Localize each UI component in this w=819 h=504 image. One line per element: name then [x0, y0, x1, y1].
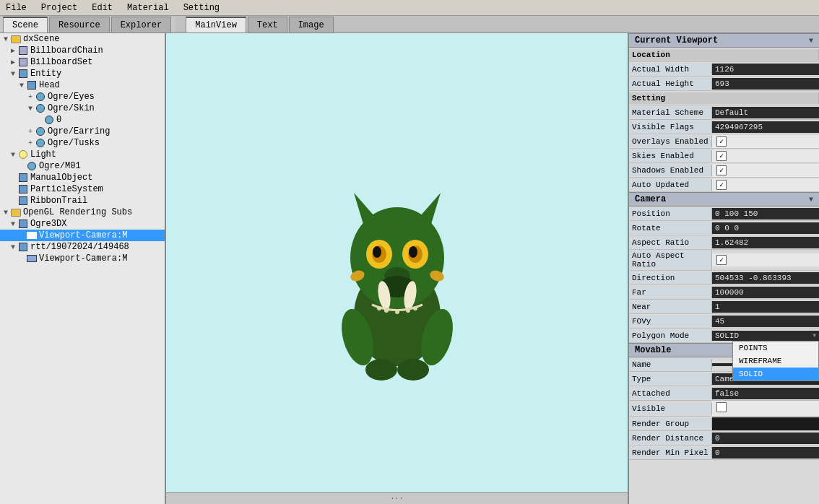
tree-item-skin[interactable]: ▼ Ogre/Skin: [0, 103, 165, 114]
tree-item-viewportcam2[interactable]: Viewport-Camera:M: [0, 253, 165, 264]
auto-aspect-ratio-label: Auto Aspect Ratio: [629, 250, 712, 270]
left-tabs: Scene Resource Explorer: [0, 17, 176, 32]
auto-updated-value[interactable]: [712, 178, 819, 191]
shadows-enabled-value[interactable]: [712, 164, 819, 177]
tree-label-zero: 0: [56, 115, 61, 125]
tree-item-light[interactable]: ▼ Light: [0, 149, 165, 160]
menu-edit[interactable]: Edit: [89, 1, 116, 14]
auto-updated-checkbox[interactable]: [716, 180, 727, 190]
tree-toggle-viewportcam2[interactable]: [17, 255, 26, 263]
tree-item-ogre3dx[interactable]: ▼ Ogre3DX: [0, 218, 165, 230]
prop-actual-width: Actual Width 1126: [629, 62, 819, 77]
tree-toggle-opengl[interactable]: ▼: [1, 209, 10, 217]
tree-item-tusks[interactable]: + Ogre/Tusks: [0, 137, 165, 149]
material-scheme-value: Default: [712, 107, 819, 118]
prop-shadows-enabled[interactable]: Shadows Enabled: [629, 163, 819, 178]
tree-toggle-eyes[interactable]: +: [26, 93, 35, 101]
tab-scene[interactable]: Scene: [3, 17, 48, 32]
position-value[interactable]: 0 100 150: [712, 208, 819, 220]
tree-label-billboardset: BillboardSet: [30, 57, 92, 67]
tree-toggle-entity[interactable]: ▼: [9, 70, 17, 78]
attached-label: Attached: [629, 388, 712, 399]
tab-image[interactable]: Image: [289, 17, 334, 32]
tree-toggle-m01[interactable]: [17, 162, 26, 170]
tree-item-earring[interactable]: + Ogre/Earring: [0, 126, 165, 137]
skies-enabled-checkbox[interactable]: [716, 151, 727, 161]
tree-item-rtt[interactable]: ▼ rtt/19072024/149468: [0, 241, 165, 253]
menu-setting[interactable]: Setting: [181, 1, 222, 14]
prop-auto-updated[interactable]: Auto Updated: [629, 178, 819, 192]
dropdown-option-solid[interactable]: SOLID: [733, 368, 818, 381]
tree-toggle-viewportcam[interactable]: [17, 232, 26, 240]
tree-item-m01[interactable]: Ogre/M01: [0, 160, 165, 172]
tree-toggle-dxscene[interactable]: ▼: [1, 35, 10, 43]
prop-skies-enabled[interactable]: Skies Enabled: [629, 149, 819, 163]
tree-toggle-particlesys[interactable]: [9, 186, 17, 194]
visible-value[interactable]: [712, 401, 819, 416]
section-camera[interactable]: Camera ▼: [629, 192, 819, 207]
tree-item-particlesys[interactable]: ParticleSystem: [0, 183, 165, 195]
tree-item-zero[interactable]: 0: [0, 114, 165, 126]
prop-polygon-mode[interactable]: Polygon Mode SOLID ▼ POINTS WIREFRAME SO…: [629, 329, 819, 343]
dropdown-option-wireframe[interactable]: WIREFRAME: [733, 355, 818, 368]
shadows-enabled-checkbox[interactable]: [716, 165, 727, 175]
tree-item-ribbontrail[interactable]: RibbonTrail: [0, 195, 165, 207]
tab-text[interactable]: Text: [248, 17, 287, 32]
tree-item-billboardset[interactable]: ▶ BillboardSet: [0, 56, 165, 68]
scene-tree-panel: ▼ dxScene ▶ BillboardChain ▶ BillboardSe…: [0, 33, 166, 504]
tree-toggle-earring[interactable]: +: [26, 128, 35, 136]
menu-file[interactable]: File: [3, 1, 30, 14]
rotate-value[interactable]: 0 0 0: [712, 222, 819, 234]
far-value[interactable]: 100000: [712, 287, 819, 298]
overlays-enabled-checkbox[interactable]: [716, 136, 727, 147]
material-scheme-label: Material Scheme: [629, 107, 712, 118]
svg-point-23: [365, 359, 397, 381]
tree-toggle-tusks[interactable]: +: [26, 139, 35, 147]
tab-resource[interactable]: Resource: [49, 17, 110, 32]
tree-toggle-bs[interactable]: ▶: [9, 58, 17, 66]
visible-checkbox[interactable]: [716, 402, 727, 412]
tree-item-head[interactable]: ▼ Head: [0, 79, 165, 91]
aspect-ratio-value[interactable]: 1.62482: [712, 237, 819, 248]
tree-item-opengl[interactable]: ▼ OpenGL Rendering Subs: [0, 207, 165, 218]
prop-render-group: Render Group: [629, 417, 819, 431]
section-current-viewport[interactable]: Current Viewport ▼: [629, 33, 819, 48]
near-value[interactable]: 1: [712, 301, 819, 313]
tree-label-opengl: OpenGL Rendering Subs: [23, 207, 132, 217]
menu-material[interactable]: Material: [124, 1, 172, 14]
menu-project[interactable]: Project: [38, 1, 80, 14]
tree-toggle-bc[interactable]: ▶: [9, 46, 17, 55]
tree-item-billboardchain[interactable]: ▶ BillboardChain: [0, 45, 165, 56]
tree-item-dxscene[interactable]: ▼ dxScene: [0, 33, 165, 45]
tree-item-entity[interactable]: ▼ Entity: [0, 68, 165, 79]
tree-toggle-skin[interactable]: ▼: [26, 105, 35, 113]
tree-toggle-rtt[interactable]: ▼: [9, 243, 17, 251]
tree-item-eyes[interactable]: + Ogre/Eyes: [0, 91, 165, 103]
prop-visible[interactable]: Visible: [629, 401, 819, 417]
direction-value[interactable]: 504533 -0.863393: [712, 272, 819, 284]
viewport[interactable]: ···: [166, 33, 628, 504]
tree-toggle-light[interactable]: ▼: [9, 151, 17, 159]
tree-toggle-manualobj[interactable]: [9, 174, 17, 182]
tree-toggle-head[interactable]: ▼: [17, 82, 26, 90]
auto-aspect-ratio-value[interactable]: [712, 253, 819, 266]
polygon-mode-container[interactable]: SOLID ▼ POINTS WIREFRAME SOLID: [712, 331, 819, 341]
skies-enabled-value[interactable]: [712, 149, 819, 162]
polygon-mode-dropdown[interactable]: SOLID ▼: [712, 331, 819, 341]
tree-toggle-ogre3dx[interactable]: ▼: [9, 220, 17, 228]
prop-auto-aspect-ratio[interactable]: Auto Aspect Ratio: [629, 250, 819, 271]
tree-item-viewportcam[interactable]: Viewport-Camera:M: [0, 230, 165, 241]
tree-item-manualobj[interactable]: ManualObject: [0, 172, 165, 183]
fovy-value[interactable]: 45: [712, 316, 819, 327]
overlays-enabled-value[interactable]: [712, 135, 819, 148]
svg-point-19: [406, 308, 410, 313]
render-min-pixel-value[interactable]: 0: [712, 447, 819, 459]
dropdown-option-points[interactable]: POINTS: [733, 342, 818, 355]
auto-aspect-ratio-checkbox[interactable]: [716, 255, 727, 265]
tree-toggle-ribbontrail[interactable]: [9, 197, 17, 205]
render-distance-value[interactable]: 0: [712, 433, 819, 444]
tree-toggle-zero[interactable]: [35, 116, 43, 124]
tab-explorer[interactable]: Explorer: [111, 17, 172, 32]
tab-mainview[interactable]: MainView: [186, 17, 246, 32]
prop-overlays-enabled[interactable]: Overlays Enabled: [629, 134, 819, 149]
